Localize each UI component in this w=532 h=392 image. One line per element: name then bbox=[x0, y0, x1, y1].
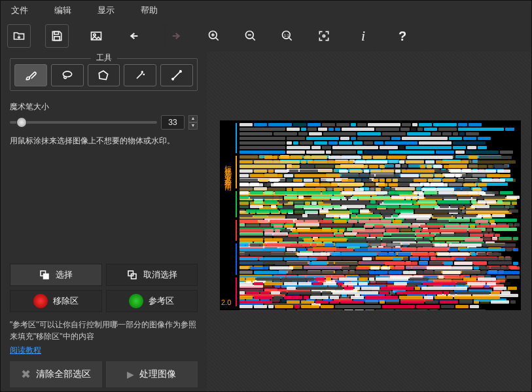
svg-point-3 bbox=[94, 34, 96, 36]
loaded-image: 短视频从业者必备指南 2.0 bbox=[220, 120, 521, 310]
brush-size-down[interactable]: ▼ bbox=[188, 122, 198, 130]
svg-point-11 bbox=[180, 71, 182, 73]
select-button-label: 选择 bbox=[56, 269, 73, 281]
play-icon: ▶ bbox=[127, 369, 134, 380]
open-button[interactable] bbox=[7, 24, 31, 48]
green-circle-icon bbox=[129, 294, 143, 308]
tools-group: 工具 bbox=[10, 58, 198, 91]
svg-rect-13 bbox=[44, 274, 49, 279]
ref-zone-label: 参考区 bbox=[149, 295, 174, 307]
menu-view[interactable]: 显示 bbox=[98, 5, 115, 16]
image-sidebar-text: 短视频从业者必备指南 bbox=[222, 160, 233, 179]
polygon-tool[interactable] bbox=[88, 64, 120, 86]
svg-point-8 bbox=[323, 35, 325, 37]
save-button[interactable] bbox=[45, 24, 69, 48]
process-button[interactable]: ▶ 处理图像 bbox=[106, 361, 198, 387]
clear-all-label: 清除全部选区 bbox=[36, 368, 91, 380]
svg-point-9 bbox=[63, 71, 71, 77]
tutorial-link[interactable]: 阅读教程 bbox=[10, 345, 198, 356]
menu-file[interactable]: 文件 bbox=[11, 5, 28, 16]
svg-text:1:1: 1:1 bbox=[284, 33, 289, 37]
zoom-out-button[interactable] bbox=[239, 24, 262, 48]
ref-zone-button[interactable]: 参考区 bbox=[106, 290, 198, 312]
svg-rect-0 bbox=[54, 31, 59, 34]
zoom-in-button[interactable] bbox=[202, 24, 226, 48]
brush-tool[interactable] bbox=[14, 64, 47, 86]
zoom-actual-button[interactable]: 1:1 bbox=[275, 24, 299, 48]
clear-all-button[interactable]: ✖ 清除全部选区 bbox=[10, 361, 102, 387]
brush-size-label: 魔术笔大小 bbox=[10, 101, 198, 113]
brush-hint: 用鼠标涂抹来选择图像上不想要的物体或水印。 bbox=[10, 135, 198, 147]
red-circle-icon bbox=[33, 294, 48, 308]
deselect-button-label: 取消选择 bbox=[143, 269, 177, 281]
magic-wand-tool[interactable] bbox=[124, 64, 156, 86]
canvas-area[interactable]: 短视频从业者必备指南 2.0 bbox=[207, 52, 531, 392]
lasso-tool[interactable] bbox=[51, 64, 84, 86]
ref-note: "参考区"可以让你自行控制用哪一部分的图像作为参照来填充"移除区"中的内容 bbox=[10, 319, 198, 342]
undo-button[interactable] bbox=[124, 24, 147, 48]
remove-zone-button[interactable]: 移除区 bbox=[10, 290, 102, 312]
brush-size-up[interactable]: ▲ bbox=[188, 115, 198, 122]
svg-rect-1 bbox=[54, 37, 60, 41]
brush-size-input[interactable] bbox=[161, 115, 185, 130]
image-icon[interactable] bbox=[84, 24, 108, 48]
brush-size-slider[interactable] bbox=[10, 116, 157, 128]
deselect-button[interactable]: 取消选择 bbox=[106, 264, 198, 286]
remove-zone-label: 移除区 bbox=[53, 295, 79, 307]
line-tool[interactable] bbox=[160, 64, 193, 86]
svg-point-10 bbox=[172, 79, 174, 80]
menu-edit[interactable]: 编辑 bbox=[54, 5, 71, 16]
image-version: 2.0 bbox=[221, 298, 231, 306]
help-button[interactable]: ? bbox=[391, 24, 414, 48]
close-icon: ✖ bbox=[21, 367, 31, 382]
menu-help[interactable]: 帮助 bbox=[141, 5, 158, 16]
select-button[interactable]: 选择 bbox=[10, 264, 102, 286]
tools-legend: 工具 bbox=[91, 52, 117, 63]
redo-button[interactable] bbox=[163, 24, 186, 48]
process-label: 处理图像 bbox=[139, 368, 176, 380]
zoom-fit-button[interactable] bbox=[312, 24, 336, 48]
info-button[interactable]: i bbox=[351, 24, 375, 48]
